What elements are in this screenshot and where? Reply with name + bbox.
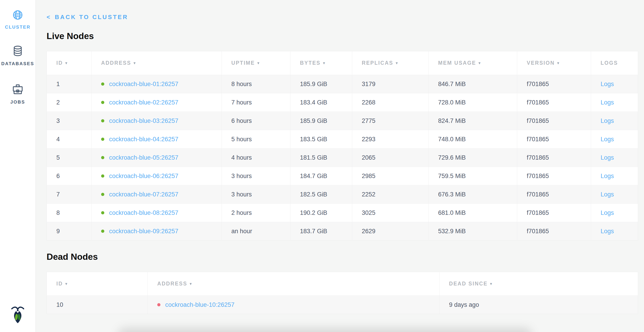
column-header-label: MEM USAGE: [438, 60, 476, 66]
cell-mem_usage: 729.6 MiB: [428, 149, 517, 167]
cell-id: 5: [47, 149, 92, 167]
cell-id: 8: [47, 204, 92, 222]
logs-link[interactable]: Logs: [600, 81, 614, 87]
node-address-link[interactable]: cockroach-blue-07:26257: [109, 191, 178, 198]
cell-logs: Logs: [591, 130, 638, 149]
cell-replicas: 2252: [352, 185, 428, 204]
logs-link[interactable]: Logs: [600, 228, 614, 235]
column-header-label: ADDRESS: [101, 60, 131, 66]
cell-bytes: 185.9 GiB: [290, 75, 352, 93]
sidebar-item-jobs[interactable]: JOBS: [0, 84, 36, 105]
cell-version: f701865: [517, 130, 591, 149]
node-address-link[interactable]: cockroach-blue-04:26257: [109, 136, 178, 143]
column-header-bytes[interactable]: BYTES▾: [290, 51, 352, 75]
column-header-mem_usage[interactable]: MEM USAGE▾: [428, 51, 517, 75]
cell-logs: Logs: [591, 93, 638, 112]
column-header-label: DEAD SINCE: [449, 281, 488, 287]
cell-address: cockroach-blue-06:26257: [92, 167, 222, 185]
logs-link[interactable]: Logs: [600, 154, 614, 161]
cell-logs: Logs: [591, 149, 638, 167]
column-header-version[interactable]: VERSION▾: [517, 51, 591, 75]
column-header-id[interactable]: ID▾: [47, 51, 92, 75]
cell-bytes: 185.9 GiB: [290, 112, 352, 130]
logs-link[interactable]: Logs: [600, 99, 614, 106]
node-address-link[interactable]: cockroach-blue-01:26257: [109, 81, 178, 87]
main-content: < BACK TO CLUSTER Live Nodes ID▾ADDRESS▾…: [36, 0, 644, 332]
cell-address: cockroach-blue-09:26257: [92, 222, 222, 241]
sidebar-item-databases[interactable]: DATABASES: [0, 45, 36, 66]
node-status-dot-icon: [101, 101, 104, 104]
cell-id: 2: [47, 93, 92, 112]
table-row: 6cockroach-blue-06:262573 hours184.7 GiB…: [47, 167, 638, 185]
column-header-uptime[interactable]: UPTIME▾: [222, 51, 290, 75]
cell-bytes: 183.7 GiB: [290, 222, 352, 241]
cell-version: f701865: [517, 112, 591, 130]
cell-version: f701865: [517, 75, 591, 93]
cell-uptime: 3 hours: [222, 185, 290, 204]
sort-arrow-icon: ▾: [134, 61, 136, 65]
cell-uptime: 5 hours: [222, 130, 290, 149]
sort-arrow-icon: ▾: [557, 61, 560, 65]
node-status-dot-icon: [101, 138, 104, 141]
column-header-dead_since[interactable]: DEAD SINCE▾: [440, 272, 638, 296]
sidebar-item-label: DATABASES: [1, 61, 34, 66]
column-header-label: BYTES: [300, 60, 321, 66]
cell-address: cockroach-blue-10:26257: [148, 296, 440, 314]
cell-bytes: 183.5 GiB: [290, 130, 352, 149]
column-header-label: ADDRESS: [157, 281, 187, 287]
cell-address: cockroach-blue-01:26257: [92, 75, 222, 93]
table-row: 8cockroach-blue-08:262572 hours190.2 GiB…: [47, 204, 638, 222]
column-header-id[interactable]: ID▾: [47, 272, 148, 296]
cell-logs: Logs: [591, 185, 638, 204]
node-address-link[interactable]: cockroach-blue-10:26257: [165, 301, 234, 308]
logs-link[interactable]: Logs: [600, 209, 614, 216]
sidebar-item-cluster[interactable]: CLUSTER: [0, 9, 36, 30]
sort-arrow-icon: ▾: [66, 61, 68, 65]
database-icon: [12, 45, 24, 58]
briefcase-icon: [12, 84, 24, 96]
node-address-link[interactable]: cockroach-blue-06:26257: [109, 173, 178, 179]
column-header-label: ID: [56, 281, 63, 287]
column-header-address[interactable]: ADDRESS▾: [92, 51, 222, 75]
cell-address: cockroach-blue-05:26257: [92, 149, 222, 167]
cell-mem_usage: 748.0 MiB: [428, 130, 517, 149]
sort-arrow-icon: ▾: [66, 282, 68, 286]
table-header-row: ID▾ADDRESS▾UPTIME▾BYTES▾REPLICAS▾MEM USA…: [47, 51, 638, 75]
cell-version: f701865: [517, 93, 591, 112]
column-header-address[interactable]: ADDRESS▾: [148, 272, 440, 296]
column-header-label: UPTIME: [231, 60, 255, 66]
cell-replicas: 2985: [352, 167, 428, 185]
table-row: 10cockroach-blue-10:262579 days ago: [47, 296, 638, 314]
cell-replicas: 2065: [352, 149, 428, 167]
node-address-link[interactable]: cockroach-blue-05:26257: [109, 154, 178, 161]
node-address-link[interactable]: cockroach-blue-02:26257: [109, 99, 178, 106]
sidebar-item-label: JOBS: [10, 99, 25, 105]
cell-replicas: 2293: [352, 130, 428, 149]
table-row: 5cockroach-blue-05:262574 hours181.5 GiB…: [47, 149, 638, 167]
logs-link[interactable]: Logs: [600, 117, 614, 124]
cell-uptime: 3 hours: [222, 167, 290, 185]
sort-arrow-icon: ▾: [323, 61, 326, 65]
cell-address: cockroach-blue-02:26257: [92, 93, 222, 112]
cell-address: cockroach-blue-08:26257: [92, 204, 222, 222]
cell-mem_usage: 676.3 MiB: [428, 185, 517, 204]
table-row: 7cockroach-blue-07:262573 hours182.5 GiB…: [47, 185, 638, 204]
dead-nodes-title: Dead Nodes: [46, 252, 638, 262]
node-address-link[interactable]: cockroach-blue-08:26257: [109, 209, 178, 216]
logs-link[interactable]: Logs: [600, 191, 614, 198]
node-status-dot-icon: [101, 174, 104, 178]
cell-version: f701865: [517, 204, 591, 222]
cell-mem_usage: 681.0 MiB: [428, 204, 517, 222]
column-header-label: LOGS: [600, 60, 618, 66]
logs-link[interactable]: Logs: [600, 173, 614, 179]
globe-icon: [12, 9, 23, 21]
column-header-replicas[interactable]: REPLICAS▾: [352, 51, 428, 75]
node-address-link[interactable]: cockroach-blue-03:26257: [109, 117, 178, 124]
table-header-row: ID▾ADDRESS▾DEAD SINCE▾: [47, 272, 638, 296]
live-nodes-title: Live Nodes: [46, 31, 638, 41]
back-to-cluster-link[interactable]: < BACK TO CLUSTER: [46, 14, 128, 21]
logs-link[interactable]: Logs: [600, 136, 614, 143]
cell-address: cockroach-blue-03:26257: [92, 112, 222, 130]
node-address-link[interactable]: cockroach-blue-09:26257: [109, 228, 178, 235]
cell-bytes: 181.5 GiB: [290, 149, 352, 167]
